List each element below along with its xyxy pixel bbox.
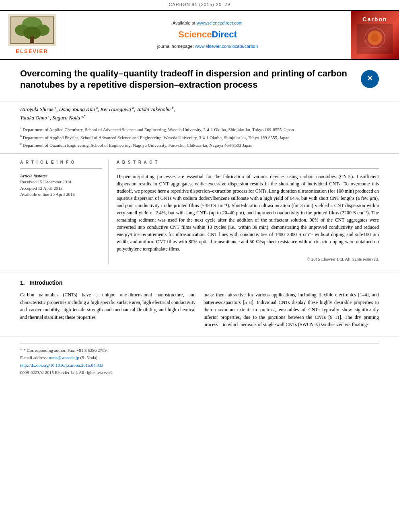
abstract-column: A B S T R A C T Dispersion-printing proc…	[117, 160, 379, 265]
accepted-date: Accepted 12 April 2015	[20, 185, 102, 191]
footer-section: * * Corresponding author. Fax: +81 3 528…	[0, 337, 399, 381]
elsevier-logo-image	[8, 14, 56, 46]
article-info-label: A R T I C L E I N F O	[20, 160, 102, 165]
author-yutaka: Yutaka Ohno c	[20, 115, 50, 121]
email-line: E-mail address: noda@waseda.jp (S. Noda)…	[20, 355, 379, 361]
authors-line: Hiroyuki Shirae a, Dong Young Kim a, Kei…	[20, 105, 379, 122]
elsevier-logo: ELSEVIER	[0, 11, 64, 58]
article-history-label: Article history:	[20, 173, 102, 179]
author-suguru: Suguru Noda a,*	[52, 115, 85, 121]
article-title: Overcoming the quality–quantity tradeoff…	[20, 68, 355, 91]
abstract-divider	[117, 168, 379, 169]
author-hiroyuki: Hiroyuki Shirae a	[20, 106, 56, 112]
crossmark-icon: ✕	[367, 74, 373, 84]
affiliations: a Department of Applied Chemistry, Schoo…	[20, 126, 379, 148]
science-text: Science	[178, 29, 212, 39]
info-abstract-section: A R T I C L E I N F O Article history: R…	[0, 154, 399, 271]
author-dong: Dong Young Kim a	[59, 106, 98, 112]
article-history: Article history: Received 15 December 20…	[20, 173, 102, 198]
author-kei: Kei Hasegawa a	[101, 106, 134, 112]
doi-link[interactable]: http://dx.doi.org/10.1016/j.carbon.2015.…	[20, 363, 103, 368]
sciencedirect-logo: ScienceDirect	[178, 29, 237, 41]
journal-cover: Carbon	[351, 11, 399, 58]
journal-bar: CARBON 91 (2015) 20–29	[0, 0, 399, 11]
journal-citation: CARBON 91 (2015) 20–29	[169, 2, 230, 7]
journal-homepage-url[interactable]: www.elsevier.com/locate/carbon	[195, 44, 258, 49]
copyright-line: © 2015 Elsevier Ltd. All rights reserved…	[117, 256, 379, 263]
intro-right-text: make them attractive for various applica…	[204, 291, 379, 329]
carbon-cover-inner: Carbon	[351, 11, 399, 58]
sciencedirect-url[interactable]: www.sciencedirect.com	[197, 21, 243, 25]
footnote-star: *	[20, 348, 23, 353]
intro-right-col: make them attractive for various applica…	[204, 291, 379, 329]
affiliation-c: c Department of Quantum Engineering, Sch…	[20, 142, 379, 148]
intro-heading: 1. Introduction	[20, 279, 379, 287]
crossmark-badge: ✕	[361, 70, 379, 88]
article-title-section: Overcoming the quality–quantity tradeoff…	[0, 60, 399, 101]
issn-line: 0008-6223/© 2015 Elsevier Ltd. All right…	[20, 370, 379, 376]
corresponding-note: * * Corresponding author. Fax: +81 3 528…	[20, 347, 379, 353]
header-center: Available at www.sciencedirect.com Scien…	[64, 11, 351, 58]
intro-left-col: Carbon nanotubes (CNTs) have a unique on…	[20, 291, 195, 329]
article-info-column: A R T I C L E I N F O Article history: R…	[20, 160, 109, 265]
email-link[interactable]: noda@waseda.jp	[49, 355, 79, 360]
elsevier-wordmark: ELSEVIER	[16, 48, 48, 55]
divider	[20, 168, 102, 169]
section-title: Introduction	[30, 279, 63, 286]
intro-left-text: Carbon nanotubes (CNTs) have a unique on…	[20, 291, 195, 321]
journal-homepage-line: journal homepage: www.elsevier.com/locat…	[157, 43, 258, 49]
authors-section: Hiroyuki Shirae a, Dong Young Kim a, Kei…	[0, 101, 399, 154]
header-area: ELSEVIER Available at www.sciencedirect.…	[0, 11, 399, 60]
introduction-section: 1. Introduction Carbon nanotubes (CNTs) …	[0, 271, 399, 337]
affiliation-a: a Department of Applied Chemistry, Schoo…	[20, 126, 379, 133]
author-taishi: Taishi Takenobu b	[136, 106, 173, 112]
doi-line: http://dx.doi.org/10.1016/j.carbon.2015.…	[20, 362, 379, 368]
carbon-journal-title: Carbon	[363, 16, 387, 24]
section-number: 1.	[20, 279, 25, 286]
direct-text: Direct	[212, 29, 237, 39]
abstract-text: Dispersion-printing processes are essent…	[117, 173, 379, 263]
abstract-label: A B S T R A C T	[117, 160, 379, 165]
available-at-text: Available at www.sciencedirect.com	[173, 20, 243, 26]
affiliation-b: b Department of Applied Physics, School …	[20, 134, 379, 141]
footer-divider	[20, 343, 379, 343]
received-date: Received 15 December 2014	[20, 179, 102, 185]
intro-text-columns: Carbon nanotubes (CNTs) have a unique on…	[20, 291, 379, 329]
available-online-date: Available online 20 April 2015	[20, 191, 102, 197]
svg-point-10	[371, 34, 379, 42]
svg-rect-5	[30, 36, 34, 43]
